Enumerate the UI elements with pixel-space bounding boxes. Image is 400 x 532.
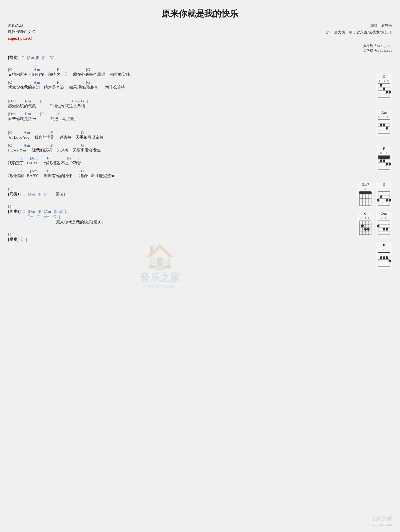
chord-dm-grid (376, 219, 392, 237)
chord-c2-open: x o o (361, 216, 370, 219)
footer-logo-cn: 音乐之家 (371, 515, 392, 522)
watermark-text2: YINYUEZJ.COM (144, 285, 176, 289)
chord-name-dm: Dm (381, 211, 387, 216)
chord-name-g: G (383, 182, 385, 187)
interlude2-chords1: |C |Dm |E |Am |Gm7 C | (22, 209, 71, 214)
chord-am-grid (376, 118, 392, 136)
lyric-line-3: 感受温暖的气氛 幸福也许就这么单纯 (8, 103, 328, 109)
header-info: 原KEY:D 建议男调:G 女:C capo:2 play:C 演唱：陈芳语 詞… (8, 22, 392, 42)
chord-diagram-c: C x o o (376, 74, 392, 100)
lyric-line-4: 原来你就是快乐 都把世界点亮了 (8, 116, 328, 122)
footer-logo-url: yinyuezj.com (371, 522, 392, 527)
chord-c2-grid (357, 219, 373, 237)
footer-logo: 音乐之家 yinyuezj.com (371, 515, 392, 527)
lyric-line-2: 就像你在我的身边 绝对是奇迹 如果现在想拥抱 为什么等待 (8, 85, 328, 90)
divider1 (8, 64, 392, 64)
chord-line-6: |C |Am |F |G | (8, 142, 328, 148)
svg-point-39 (383, 159, 385, 162)
svg-point-12 (386, 91, 388, 94)
svg-rect-37 (378, 156, 390, 159)
chord-gm7-pos: 3 (365, 187, 366, 190)
performer: 演唱：陈芳语 (326, 22, 392, 29)
svg-point-40 (386, 163, 388, 166)
svg-point-64 (377, 199, 379, 202)
svg-point-92 (386, 228, 388, 231)
chord-line-5: |C |Am |F |G | (8, 129, 328, 135)
svg-point-10 (380, 84, 382, 87)
svg-point-106 (389, 260, 391, 262)
chord-line-1: |C |Am |F |G | (8, 66, 328, 72)
svg-rect-52 (359, 192, 372, 194)
chord-row-f: F x x (333, 146, 392, 172)
outro-chords: |C | (20, 237, 27, 242)
finger-ref: 参考指法:T1213121 (363, 48, 392, 53)
svg-point-66 (389, 199, 391, 202)
chord-dm-open: x o (381, 216, 387, 219)
section-interlude2: (2) [间奏2] |C |Dm |E |Am |Gm7 C | |Dm |E … (8, 204, 328, 225)
prelude-chords: |C |Am |F |G |X2 (20, 55, 54, 60)
chord-diagram-am: Am o o (376, 110, 392, 136)
chord-c-grid (376, 82, 392, 100)
chord-name-am: Am (381, 110, 387, 115)
svg-point-105 (386, 256, 388, 259)
chord-diagram-e: E o (376, 243, 392, 269)
chord-line-4: |Dm |Em |F |G | (8, 111, 328, 116)
num-label-3: (3) (8, 232, 328, 237)
chord-name-gm7: Gm7 (362, 182, 369, 187)
chord-f-grid (376, 154, 392, 172)
chord-line-8: |C |Am |F |G | (8, 168, 328, 173)
chord-diagram-g: G (376, 182, 392, 208)
svg-point-90 (377, 225, 379, 227)
chord-line-2: |C |Am |F |G | (8, 79, 328, 85)
chord-name-c2: C (364, 211, 366, 216)
section-chorus: |C |Am |F |G | ★I Love You 我真的满足 过去每一天手都… (8, 129, 328, 179)
outro-label: [尾奏] (8, 237, 19, 242)
svg-point-11 (383, 87, 385, 90)
interlude2-line2: |Dm |E |Am |G | (8, 215, 328, 219)
chord-e-grid (376, 251, 392, 269)
capo-info: capo:2 play:C (8, 35, 35, 42)
svg-point-13 (389, 91, 391, 94)
chord-row-am: Am o o (333, 110, 392, 136)
svg-point-104 (383, 256, 385, 259)
chord-diagram-f: F x x (376, 146, 392, 172)
interlude1-chords: |C |Am |F |G | (22, 192, 53, 196)
svg-point-26 (386, 127, 388, 130)
prelude-line: [前奏] |C |Am |F |G |X2 (8, 54, 392, 62)
svg-point-25 (383, 123, 385, 126)
strum-ref-area: 参考刷法:X↑↓_↓↑↓ 参考指法:T1213121 (8, 43, 392, 53)
suggestion-info: 建议男调:G 女:C (8, 29, 35, 35)
section-interlude1: (1) [间奏1] |C |Am |F |G | (回▲) (8, 187, 328, 197)
header-right: 演唱：陈芳语 詞：葛大为 曲：梁永泰/余弦龙/陈芳语 (326, 22, 392, 42)
chord-diagrams: C x o o (333, 66, 392, 271)
interlude2-lyric: 原来你就是我的快乐(回★) (8, 220, 328, 225)
chord-name-c: C (383, 74, 385, 79)
svg-point-63 (380, 195, 382, 198)
chord-row-c2-dm: C x o o (333, 211, 392, 237)
chord-diagram-dm: Dm x o (376, 211, 392, 237)
chord-g-open (384, 187, 385, 190)
svg-point-65 (386, 199, 388, 202)
chord-c-open: x o o (379, 79, 390, 82)
watermark-text1: 音乐之家 (140, 271, 180, 285)
chord-diagram-gm7: Gm7 3 (357, 182, 373, 208)
lyric-line-8: 我相信着 BABY 谢谢有你的陪伴 我的生命才能完整★ (8, 173, 328, 179)
page: 🏠 音乐之家 YINYUEZJ.COM 原来你就是我的快乐 原KEY:D 建议男… (0, 0, 400, 532)
interlude2-label: [间奏2] (8, 209, 21, 214)
chord-line-3: |Dm |Em |F |F - - G | (8, 98, 328, 103)
chord-e-open: o (383, 248, 385, 251)
svg-point-79 (367, 228, 370, 231)
outro-line: [尾奏] |C | (8, 237, 328, 242)
svg-point-91 (383, 228, 385, 231)
lyric-line-5: ★I Love You 我真的满足 过去每一天手都可以牵着 (8, 135, 328, 141)
lyrics-by: 詞：葛大为 (326, 30, 345, 34)
chord-row-gm7-g: Gm7 3 (333, 182, 392, 208)
svg-point-103 (380, 256, 382, 259)
interlude2-line1: [间奏2] |C |Dm |E |Am |Gm7 C | (8, 209, 328, 214)
chord-name-f: F (383, 146, 385, 151)
svg-point-41 (389, 163, 391, 166)
chord-gm7-grid (357, 190, 373, 207)
chord-diagram-c2: C x o o (357, 211, 373, 237)
lyric-line-1: ▲彷佛所有人们都在 期待这一天 藏在心底每个愿望 都可能实现 (8, 72, 328, 78)
section-verse1: |C |Am |F |G | ▲彷佛所有人们都在 期待这一天 藏在心底每个愿望 … (8, 66, 328, 90)
